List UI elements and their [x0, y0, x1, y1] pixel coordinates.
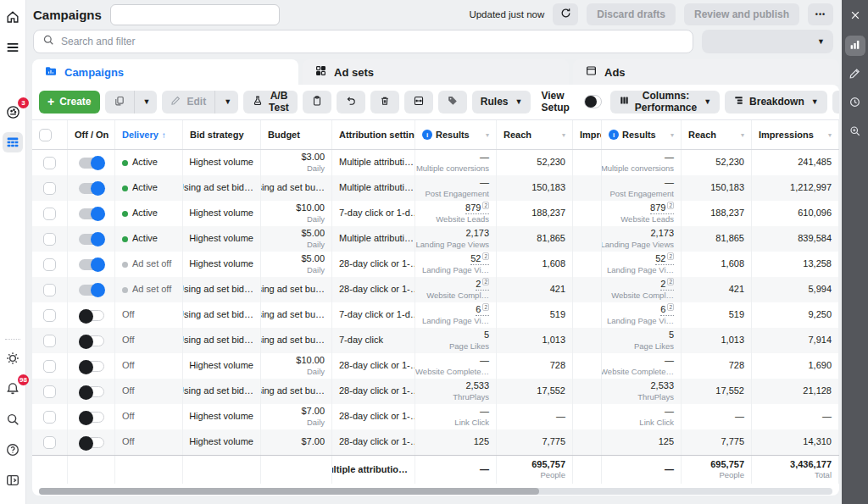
chevron-down-icon[interactable]: ▾ [562, 131, 565, 139]
results-compare-value[interactable]: 22 [660, 279, 674, 291]
collapse-sidebar-button[interactable] [3, 470, 23, 490]
results-value[interactable]: 8792 [465, 202, 489, 215]
refresh-button[interactable] [553, 3, 578, 25]
horizontal-scrollbar[interactable] [39, 488, 832, 495]
tab-ads[interactable]: Ads [573, 59, 839, 85]
edit-button[interactable]: Edit [162, 91, 215, 114]
campaigns-table-nav-button[interactable] [3, 132, 23, 152]
campaign-toggle[interactable] [79, 310, 104, 321]
col-header-results[interactable]: iResults▾ [415, 120, 497, 149]
settings-button[interactable] [3, 348, 23, 368]
col-header-attribution[interactable]: Attribution setting [332, 120, 415, 149]
row-checkbox[interactable] [43, 335, 56, 347]
export-import-button[interactable] [404, 91, 433, 114]
reports-button[interactable]: Reports▼ [832, 91, 839, 114]
col-header-results2[interactable]: iResults▾ [602, 120, 682, 149]
budget-value: $7.00 [301, 406, 325, 418]
col-header-reach2[interactable]: Reach▾ [682, 120, 752, 149]
footer-onoff [68, 456, 115, 484]
col-header-onoff[interactable]: Off / On [68, 120, 115, 149]
edit-dropdown-button[interactable]: ▼ [215, 91, 238, 114]
clipboard-button[interactable] [303, 91, 331, 114]
reach-value: — [556, 411, 565, 423]
col-header-impressions[interactable]: Impressions▾ [752, 120, 839, 149]
results-compare-value[interactable]: 522 [655, 253, 674, 266]
ab-test-button[interactable]: A/B Test [243, 91, 298, 114]
campaign-toggle[interactable] [79, 259, 104, 270]
chevron-down-icon[interactable]: ▾ [670, 131, 674, 139]
chevron-down-icon[interactable]: ▾ [486, 131, 489, 139]
scrollbar-thumb[interactable] [39, 488, 539, 495]
review-publish-button[interactable]: Review and publish [684, 3, 799, 25]
col-header-delivery[interactable]: Delivery↑ [115, 120, 183, 149]
campaign-toggle[interactable] [79, 437, 104, 448]
edit-panel-button[interactable] [845, 64, 865, 85]
campaign-toggle[interactable] [79, 285, 104, 296]
row-checkbox[interactable] [43, 385, 56, 398]
create-button[interactable]: +Create [39, 91, 100, 114]
view-setup-toggle[interactable] [584, 95, 602, 108]
row-checkbox[interactable] [43, 157, 56, 169]
results-value[interactable]: 62 [476, 304, 489, 317]
reach-value: 1,608 [542, 258, 565, 270]
campaign-toggle[interactable] [79, 158, 104, 169]
tab-campaigns[interactable]: Campaigns [32, 59, 298, 85]
more-options-button[interactable]: ••• [808, 3, 833, 25]
chevron-down-icon[interactable]: ▾ [741, 131, 744, 139]
columns-button[interactable]: Columns: Performance▼ [610, 91, 720, 114]
campaign-toggle[interactable] [79, 361, 104, 372]
campaign-toggle[interactable] [79, 208, 104, 219]
close-panel-button[interactable] [845, 7, 865, 27]
campaign-name-filter-input[interactable] [110, 4, 280, 25]
row-checkbox[interactable] [43, 233, 56, 246]
table-row: OffUsing ad set bid…Using ad set bu…7-da… [32, 328, 839, 353]
campaign-toggle[interactable] [79, 335, 104, 346]
col-header-budget[interactable]: Budget [261, 120, 332, 149]
ad-account-button[interactable]: 3 [3, 102, 23, 122]
col-header-bid[interactable]: Bid strategy [183, 120, 261, 149]
row-checkbox[interactable] [43, 208, 56, 220]
refresh-icon [559, 7, 572, 22]
results-compare-value[interactable]: 8792 [650, 202, 674, 215]
row-checkbox[interactable] [43, 258, 56, 271]
select-all-checkbox[interactable] [39, 129, 52, 141]
undo-button[interactable] [337, 91, 365, 114]
inspect-button[interactable] [845, 122, 865, 142]
row-checkbox[interactable] [43, 436, 56, 449]
duplicate-button[interactable] [105, 91, 135, 114]
results-value[interactable]: 522 [470, 253, 489, 266]
home-button[interactable] [3, 7, 23, 27]
delete-button[interactable] [370, 91, 399, 114]
help-button[interactable] [3, 440, 23, 460]
row-checkbox[interactable] [43, 411, 56, 424]
search-input[interactable] [61, 36, 684, 47]
date-range-selector[interactable]: ▼ [702, 30, 833, 53]
tab-ad-sets[interactable]: Ad sets [303, 59, 569, 85]
delivery-label: Ad set off [132, 258, 171, 270]
chevron-down-icon[interactable]: ▾ [828, 131, 832, 139]
rules-button[interactable]: Rules▼ [472, 91, 531, 114]
campaign-toggle[interactable] [79, 183, 104, 194]
search-filter-box[interactable] [33, 30, 693, 53]
discard-drafts-button[interactable]: Discard drafts [587, 3, 676, 25]
campaign-toggle[interactable] [79, 386, 104, 397]
bottom-gap [26, 496, 842, 504]
row-checkbox[interactable] [43, 182, 56, 195]
breakdown-button[interactable]: Breakdown▼ [725, 91, 827, 114]
status-dot-icon [122, 287, 128, 293]
row-checkbox[interactable] [43, 309, 56, 322]
duplicate-dropdown-button[interactable]: ▼ [135, 91, 158, 114]
results-value[interactable]: 22 [476, 279, 489, 291]
tag-button[interactable] [438, 91, 467, 114]
notifications-button[interactable]: 98 [3, 379, 23, 399]
campaign-toggle[interactable] [79, 412, 104, 423]
results-compare-value[interactable]: 62 [660, 304, 674, 317]
campaign-toggle[interactable] [79, 234, 104, 245]
main-menu-button[interactable] [3, 37, 23, 58]
row-checkbox[interactable] [43, 284, 56, 296]
col-header-reach[interactable]: Reach▾ [497, 120, 573, 149]
row-checkbox[interactable] [43, 360, 56, 373]
performance-charts-button[interactable] [845, 36, 865, 56]
rail-search-button[interactable] [3, 409, 23, 429]
history-button[interactable] [845, 93, 865, 114]
